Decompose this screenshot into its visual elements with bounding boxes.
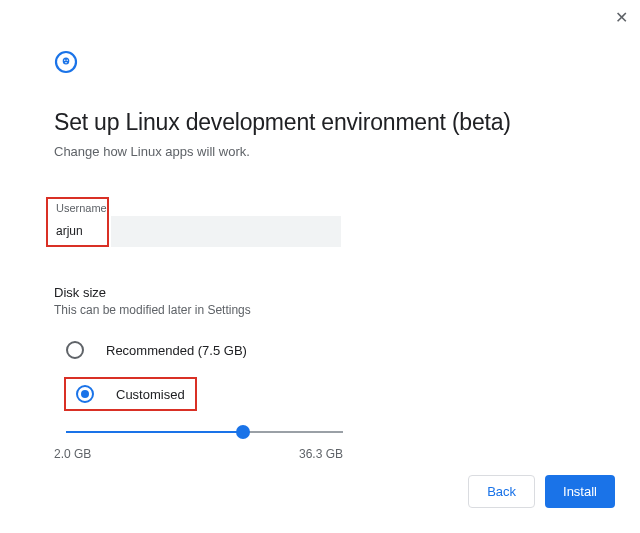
- disk-size-description: This can be modified later in Settings: [54, 303, 586, 317]
- username-input[interactable]: [54, 218, 102, 245]
- disk-size-title: Disk size: [54, 285, 586, 300]
- radio-recommended-label: Recommended (7.5 GB): [106, 343, 247, 358]
- radio-customised-label: Customised: [116, 387, 185, 402]
- linux-penguin-icon: [54, 50, 78, 74]
- slider-thumb[interactable]: [236, 425, 250, 439]
- username-highlight: Username: [46, 197, 109, 247]
- username-label: Username: [56, 202, 107, 214]
- dialog-footer: Back Install: [468, 475, 615, 508]
- svg-point-3: [67, 60, 68, 61]
- svg-point-2: [64, 60, 65, 61]
- page-subtitle: Change how Linux apps will work.: [54, 144, 586, 159]
- username-section: Username: [54, 197, 586, 285]
- slider-max-label: 36.3 GB: [299, 447, 343, 461]
- svg-point-1: [63, 57, 70, 64]
- radio-recommended[interactable]: Recommended (7.5 GB): [54, 335, 586, 365]
- radio-icon: [76, 385, 94, 403]
- install-button[interactable]: Install: [545, 475, 615, 508]
- disk-size-slider[interactable]: [66, 431, 343, 433]
- username-input-extended[interactable]: [111, 216, 341, 247]
- disk-size-section: Disk size This can be modified later in …: [54, 285, 586, 461]
- radio-icon: [66, 341, 84, 359]
- radio-customised[interactable]: Customised: [64, 377, 197, 411]
- page-title: Set up Linux development environment (be…: [54, 109, 586, 136]
- close-icon[interactable]: ✕: [615, 10, 628, 26]
- back-button[interactable]: Back: [468, 475, 535, 508]
- slider-min-label: 2.0 GB: [54, 447, 91, 461]
